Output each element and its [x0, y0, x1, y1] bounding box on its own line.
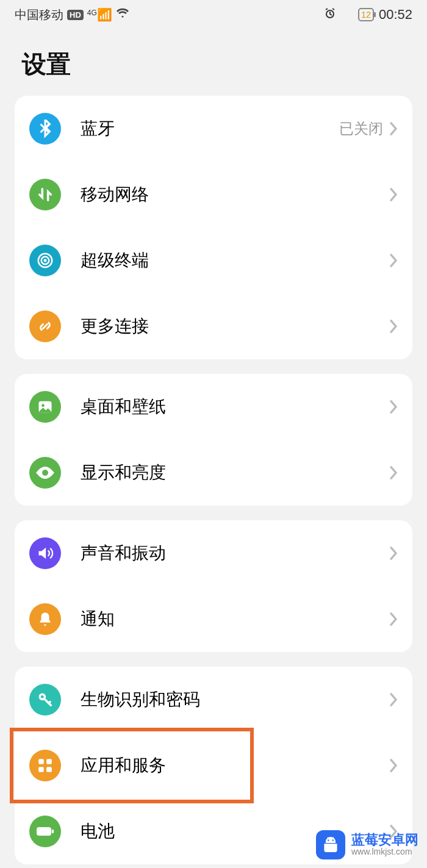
battery-icon [29, 816, 61, 847]
chevron-right-icon [389, 121, 398, 136]
settings-group: 声音和振动通知 [15, 520, 412, 652]
row-value: 已关闭 [339, 119, 383, 138]
watermark: 蓝莓安卓网 www.lmkjst.com [316, 830, 418, 859]
chevron-right-icon [389, 319, 398, 334]
hd-badge: HD [67, 10, 84, 20]
wifi-icon [116, 8, 129, 22]
chevron-right-icon [389, 400, 398, 414]
settings-row-apps-services[interactable]: 应用和服务 [15, 733, 412, 798]
carrier-label: 中国移动 [15, 7, 63, 23]
eye-icon [29, 457, 61, 489]
settings-row-mobile-network[interactable]: 移动网络 [15, 162, 412, 228]
settings-row-more-connections[interactable]: 更多连接 [15, 293, 412, 359]
row-label: 超级终端 [61, 249, 389, 272]
row-label: 更多连接 [61, 315, 389, 338]
chevron-right-icon [389, 758, 398, 773]
watermark-android-icon [316, 830, 345, 859]
updown-icon [29, 179, 61, 210]
svg-rect-11 [38, 767, 44, 772]
alarm-icon [324, 7, 336, 23]
page-title: 设置 [0, 29, 427, 96]
row-label: 通知 [61, 608, 389, 631]
sound-icon [29, 537, 61, 569]
link-icon [29, 310, 61, 342]
picture-icon [29, 391, 61, 423]
settings-list: 蓝牙已关闭移动网络超级终端更多连接桌面和壁纸显示和亮度声音和振动通知生物识别和密… [0, 96, 427, 864]
row-label: 声音和振动 [61, 542, 389, 565]
watermark-url: www.lmkjst.com [351, 847, 418, 856]
svg-rect-9 [38, 759, 44, 764]
bluetooth-icon [29, 113, 61, 145]
status-left: 中国移动 HD 4G📶 [15, 7, 129, 23]
chevron-right-icon [389, 187, 398, 202]
row-label: 蓝牙 [61, 117, 339, 140]
svg-point-5 [41, 404, 45, 407]
apps-icon [29, 750, 61, 781]
key-icon [29, 684, 61, 716]
status-right: 12 00:52 [324, 7, 412, 23]
row-label: 应用和服务 [61, 754, 389, 777]
settings-row-bluetooth[interactable]: 蓝牙已关闭 [15, 96, 412, 162]
dnd-moon-icon [341, 7, 353, 23]
chevron-right-icon [389, 253, 398, 268]
svg-point-17 [332, 839, 334, 841]
row-label: 显示和亮度 [61, 461, 389, 484]
chevron-right-icon [389, 612, 398, 626]
settings-row-super-terminal[interactable]: 超级终端 [15, 228, 412, 293]
svg-rect-10 [46, 759, 52, 764]
svg-rect-13 [37, 827, 51, 836]
settings-group: 蓝牙已关闭移动网络超级终端更多连接 [15, 96, 412, 359]
settings-row-notifications[interactable]: 通知 [15, 586, 412, 652]
svg-rect-12 [46, 767, 52, 772]
chevron-right-icon [389, 465, 398, 480]
signal-icon: 4G📶 [87, 7, 112, 22]
svg-point-16 [328, 839, 329, 841]
settings-group: 桌面和壁纸显示和亮度 [15, 374, 412, 506]
chevron-right-icon [389, 546, 398, 561]
svg-point-6 [42, 470, 48, 476]
bell-icon [29, 603, 61, 635]
row-label: 移动网络 [61, 183, 389, 206]
status-bar: 中国移动 HD 4G📶 12 00:52 [0, 0, 427, 29]
clock-label: 00:52 [379, 7, 412, 23]
target-icon [29, 245, 61, 276]
battery-indicator: 12 [358, 8, 374, 21]
svg-rect-14 [52, 830, 54, 833]
chevron-right-icon [389, 692, 398, 707]
settings-row-home-wallpaper[interactable]: 桌面和壁纸 [15, 374, 412, 440]
settings-row-display-brightness[interactable]: 显示和亮度 [15, 440, 412, 506]
svg-point-3 [44, 259, 47, 262]
settings-row-biometrics-password[interactable]: 生物识别和密码 [15, 667, 412, 733]
settings-row-sound-vibration[interactable]: 声音和振动 [15, 520, 412, 586]
row-label: 生物识别和密码 [61, 688, 389, 711]
watermark-title: 蓝莓安卓网 [351, 833, 418, 847]
svg-point-8 [41, 695, 44, 698]
row-label: 桌面和壁纸 [61, 395, 389, 418]
